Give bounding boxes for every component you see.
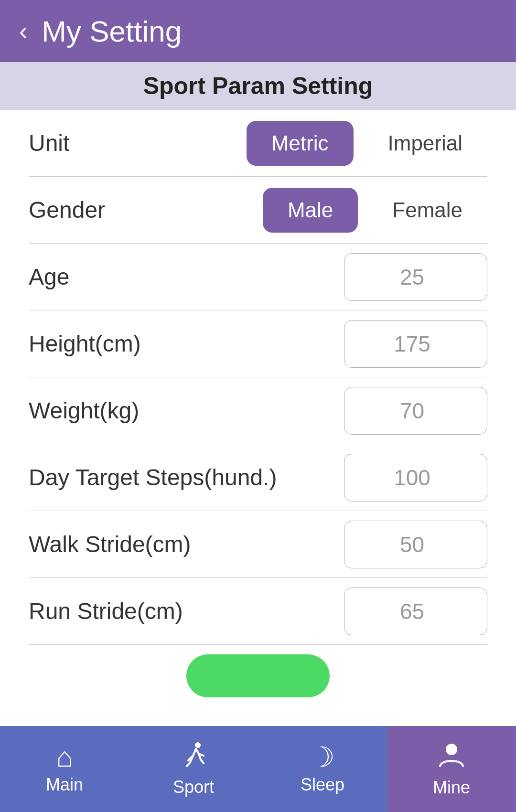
day-target-steps-input[interactable]: [344, 454, 487, 502]
age-row: Age: [29, 244, 487, 310]
nav-item-sleep[interactable]: ☽ Sleep: [258, 726, 387, 812]
gender-toggle-group: Male Female: [263, 188, 487, 233]
gender-female-button[interactable]: Female: [367, 188, 487, 233]
walk-stride-row: Walk Stride(cm): [29, 511, 487, 578]
sleep-icon: ☽: [310, 743, 335, 771]
day-target-steps-row: Day Target Steps(hund.): [29, 444, 487, 511]
nav-item-sport[interactable]: Sport: [129, 726, 258, 812]
age-label: Age: [29, 264, 69, 290]
weight-row: Weight(kg): [29, 377, 487, 444]
header: ‹ My Setting: [0, 0, 516, 62]
height-label: Height(cm): [29, 331, 141, 357]
gender-row: Gender Male Female: [29, 177, 487, 244]
unit-imperial-button[interactable]: Imperial: [363, 121, 488, 166]
gender-label: Gender: [29, 197, 105, 223]
unit-label: Unit: [29, 130, 69, 156]
nav-item-main[interactable]: ⌂ Main: [0, 726, 129, 812]
save-btn-container: [29, 645, 487, 707]
run-stride-label: Run Stride(cm): [29, 598, 183, 624]
unit-row: Unit Metric Imperial: [29, 110, 487, 177]
walk-stride-input[interactable]: [344, 521, 487, 568]
gender-male-button[interactable]: Male: [263, 188, 358, 233]
height-input[interactable]: [344, 320, 487, 368]
run-stride-row: Run Stride(cm): [29, 578, 487, 645]
page-title: My Setting: [42, 14, 182, 48]
nav-item-mine[interactable]: Mine: [387, 726, 516, 812]
svg-point-0: [195, 742, 201, 748]
unit-metric-button[interactable]: Metric: [247, 121, 354, 166]
nav-label-sport: Sport: [173, 777, 214, 797]
walk-stride-label: Walk Stride(cm): [29, 531, 191, 557]
nav-label-mine: Mine: [433, 778, 470, 798]
weight-label: Weight(kg): [29, 397, 139, 424]
svg-point-1: [446, 744, 457, 755]
bottom-nav: ⌂ Main Sport ☽ Sleep Mine: [0, 726, 516, 812]
back-button[interactable]: ‹: [19, 17, 27, 45]
day-target-steps-label: Day Target Steps(hund.): [29, 464, 277, 491]
section-title-bar: Sport Param Setting: [0, 62, 516, 110]
height-row: Height(cm): [29, 310, 487, 377]
run-stride-input[interactable]: [344, 588, 487, 635]
section-title: Sport Param Setting: [143, 72, 373, 100]
home-icon: ⌂: [56, 743, 73, 771]
nav-label-main: Main: [46, 775, 83, 795]
mine-icon: [437, 741, 466, 774]
save-button[interactable]: [186, 654, 330, 697]
form-container: Unit Metric Imperial Gender Male Female …: [0, 110, 516, 707]
weight-input[interactable]: [344, 387, 487, 435]
unit-toggle-group: Metric Imperial: [247, 121, 487, 166]
nav-label-sleep: Sleep: [301, 775, 344, 795]
sport-icon: [180, 741, 207, 773]
age-input[interactable]: [344, 253, 487, 301]
